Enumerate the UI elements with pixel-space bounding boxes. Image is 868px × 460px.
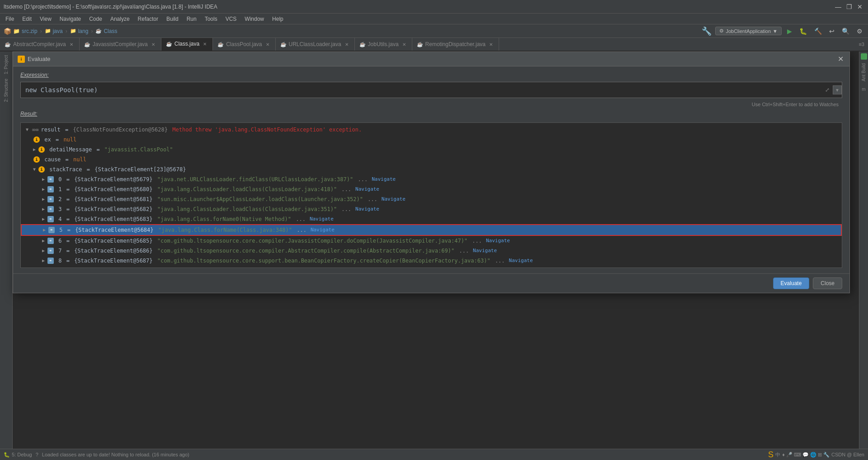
- tree-row-stack-1[interactable]: ▶ ≡ 1 = {StackTraceElement@5680} "java.l…: [21, 184, 842, 194]
- stack8-navigate[interactable]: Navigate: [509, 256, 533, 266]
- tree-row-stack-5[interactable]: ▶ ≡ 5 = {StackTraceElement@5684} "java.l…: [21, 224, 842, 236]
- tab-close-url[interactable]: ✕: [344, 41, 350, 47]
- tree-row-detailmessage[interactable]: ▶ i detailMessage = "javassist.ClassPool…: [21, 145, 842, 155]
- tree-row-ex[interactable]: i ex = null: [21, 135, 842, 145]
- ant-build-label[interactable]: Ant Build: [860, 61, 867, 83]
- stack2-expand[interactable]: ▶: [41, 194, 46, 204]
- result-var-name: result: [41, 125, 60, 135]
- sidebar-structure-label[interactable]: 2: Structure: [3, 77, 9, 104]
- tree-row-stack-7[interactable]: ▶ ≡ 7 = {StackTraceElement@5686} "com.gi…: [21, 246, 842, 256]
- tab-icon-remoting: ☕: [417, 42, 423, 47]
- tree-row-stack-4[interactable]: ▶ ≡ 4 = {StackTraceElement@5683} "java.l…: [21, 214, 842, 224]
- tab-overflow-icon[interactable]: ≡3: [859, 42, 864, 47]
- nav-breadcrumb-class[interactable]: Class: [104, 28, 117, 34]
- sidebar-project-label[interactable]: 1: Project: [3, 53, 9, 76]
- stack7-expand[interactable]: ▶: [41, 246, 46, 256]
- tab-classpool[interactable]: ☕ ClassPool.java ✕: [213, 38, 275, 51]
- m-icon[interactable]: m: [862, 87, 865, 92]
- stack0-expand[interactable]: ▶: [41, 174, 46, 184]
- menu-run[interactable]: Run: [183, 15, 200, 23]
- stack5-expand[interactable]: ▶: [42, 225, 47, 235]
- status-help-item[interactable]: ?: [36, 452, 38, 457]
- csdn-label: 中: [775, 451, 780, 458]
- menu-refactor[interactable]: Refactor: [134, 15, 162, 23]
- stack6-navigate[interactable]: Navigate: [486, 236, 510, 246]
- tab-remotingdispatcher[interactable]: ☕ RemotingDispatcher.java ✕: [412, 38, 499, 51]
- tree-row-stack-8[interactable]: ▶ ≡ 8 = {StackTraceElement@5687} "com.gi…: [21, 256, 842, 266]
- menu-tools[interactable]: Tools: [201, 15, 221, 23]
- tab-close-classpool[interactable]: ✕: [264, 41, 271, 47]
- debug-button[interactable]: 🐛: [797, 27, 809, 36]
- tab-close-jobutils[interactable]: ✕: [401, 41, 407, 47]
- stack1-expand[interactable]: ▶: [41, 184, 46, 194]
- close-button[interactable]: ✕: [855, 2, 864, 11]
- nav-breadcrumb-srczip[interactable]: src.zip: [22, 28, 38, 34]
- nav-breadcrumb-lang[interactable]: lang: [78, 28, 89, 34]
- run-button[interactable]: ▶: [785, 27, 794, 36]
- tree-row-result[interactable]: ▼ ∞∞ result = {ClassNotFoundException@56…: [21, 125, 842, 135]
- tab-urlclassloader[interactable]: ☕ URLClassLoader.java ✕: [276, 38, 355, 51]
- menu-analyze[interactable]: Analyze: [107, 15, 133, 23]
- menu-code[interactable]: Code: [85, 15, 106, 23]
- tree-row-stack-3[interactable]: ▶ ≡ 3 = {StackTraceElement@5682} "java.l…: [21, 204, 842, 214]
- stack7-navigate[interactable]: Navigate: [473, 246, 497, 256]
- editor-area: 344 345 346 347 348 349 SecurityConstant…: [13, 52, 859, 460]
- tab-close-abstract[interactable]: ✕: [68, 41, 75, 47]
- status-debug-item[interactable]: 🐛 5: Debug: [4, 452, 32, 458]
- menu-navigate[interactable]: Navigate: [56, 15, 85, 23]
- close-dialog-button[interactable]: Close: [813, 277, 842, 289]
- expand-expression-button[interactable]: ⤢: [822, 84, 833, 95]
- menu-view[interactable]: View: [36, 15, 55, 23]
- maximize-button[interactable]: ❐: [844, 2, 854, 11]
- run-config-button[interactable]: ⚙ JobClientApplication ▼: [715, 27, 782, 35]
- settings-button[interactable]: ⚙: [855, 27, 864, 36]
- stack3-navigate[interactable]: Navigate: [355, 204, 379, 214]
- tree-row-stack-6[interactable]: ▶ ≡ 6 = {StackTraceElement@5685} "com.gi…: [21, 236, 842, 246]
- tab-close-class[interactable]: ✕: [202, 41, 208, 47]
- stack6-index: 6: [55, 236, 61, 246]
- search-everywhere-button[interactable]: 🔍: [840, 27, 851, 36]
- detailmessage-expand-arrow[interactable]: ▶: [32, 145, 37, 155]
- revert-button[interactable]: ↩: [827, 27, 836, 36]
- stack4-expand[interactable]: ▶: [41, 214, 46, 224]
- status-right-text: CSDN @ Ellen: [831, 452, 864, 457]
- stack3-expand[interactable]: ▶: [41, 204, 46, 214]
- menu-file[interactable]: File: [2, 15, 18, 23]
- expression-input-container: ⤢ ▼: [20, 82, 842, 98]
- menu-help[interactable]: Help: [269, 15, 287, 23]
- tree-row-stacktrace[interactable]: ▼ i stackTrace = {StackTraceElement[23]@…: [21, 164, 842, 174]
- tab-close-javassist[interactable]: ✕: [150, 41, 156, 47]
- tab-jobutils[interactable]: ☕ JobUtils.java ✕: [355, 38, 412, 51]
- stack4-navigate[interactable]: Navigate: [310, 214, 334, 224]
- expression-dropdown-button[interactable]: ▼: [833, 85, 842, 94]
- stack0-navigate[interactable]: Navigate: [372, 174, 396, 184]
- result-tree[interactable]: ▼ ∞∞ result = {ClassNotFoundException@56…: [20, 122, 842, 268]
- nav-breadcrumb-java[interactable]: java: [53, 28, 63, 34]
- tree-row-stack-2[interactable]: ▶ ≡ 2 = {StackTraceElement@5681} "sun.mi…: [21, 194, 842, 204]
- menu-build[interactable]: Build: [163, 15, 182, 23]
- dialog-close-button[interactable]: ✕: [836, 55, 845, 64]
- tree-row-cause[interactable]: i cause = null: [21, 155, 842, 164]
- minimize-button[interactable]: —: [834, 2, 843, 11]
- stack8-expand[interactable]: ▶: [41, 256, 46, 266]
- menu-window[interactable]: Window: [241, 15, 268, 23]
- evaluate-button[interactable]: Evaluate: [773, 277, 810, 289]
- build-button[interactable]: 🔨: [812, 27, 824, 36]
- expression-input[interactable]: [21, 86, 822, 94]
- stack7-ellipsis: ...: [456, 246, 469, 256]
- stacktrace-expand-arrow[interactable]: ▼: [32, 164, 37, 174]
- stack5-navigate[interactable]: Navigate: [311, 225, 335, 235]
- stack1-navigate[interactable]: Navigate: [355, 184, 379, 194]
- result-expand-arrow[interactable]: ▼: [24, 125, 30, 135]
- tab-close-remoting[interactable]: ✕: [488, 41, 494, 47]
- menu-vcs[interactable]: VCS: [222, 15, 241, 23]
- tab-javassist-compiler[interactable]: ☕ JavassistCompiler.java ✕: [80, 38, 161, 51]
- tree-row-stack-0[interactable]: ▶ ≡ 0 = {StackTraceElement@5679} "java.n…: [21, 174, 842, 184]
- menu-edit[interactable]: Edit: [19, 15, 35, 23]
- stack2-navigate[interactable]: Navigate: [382, 194, 406, 204]
- watches-hint: Use Ctrl+Shift+Enter to add to Watches: [20, 102, 842, 107]
- stack6-expand[interactable]: ▶: [41, 236, 46, 246]
- stack5-ref: {StackTraceElement@5684}: [75, 225, 153, 235]
- tab-abstract-compiler[interactable]: ☕ AbstractCompiler.java ✕: [0, 38, 80, 51]
- tab-class[interactable]: ☕ Class.java ✕: [161, 38, 213, 51]
